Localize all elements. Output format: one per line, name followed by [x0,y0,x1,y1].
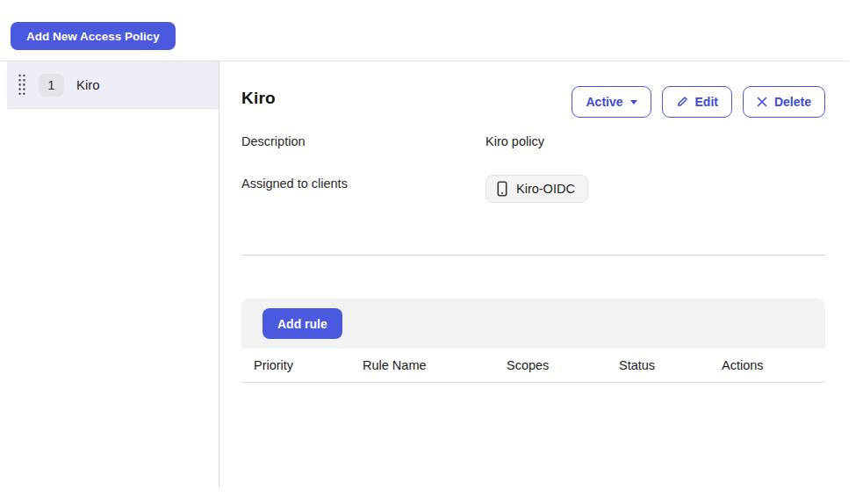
rules-toolbar: Add rule [241,299,825,349]
detail-header: Kiro Active Edit [241,86,825,118]
rules-table-header: Priority Rule Name Scopes Status Actions [241,349,825,383]
mobile-phone-icon [496,181,508,197]
description-row: Description Kiro policy [241,133,825,148]
add-new-access-policy-button[interactable]: Add New Access Policy [11,22,176,50]
column-header-actions: Actions [722,358,825,372]
client-chip[interactable]: Kiro-OIDC [485,175,588,203]
policy-detail-panel: Kiro Active Edit [219,61,863,487]
detail-actions: Active Edit [572,86,825,118]
assigned-clients-label: Assigned to clients [241,175,485,191]
description-label: Description [241,133,485,148]
column-header-scopes: Scopes [507,358,619,372]
section-divider [241,255,825,256]
status-dropdown-button[interactable]: Active [572,86,651,118]
status-label: Active [586,95,622,109]
priority-index-badge: 1 [39,74,64,97]
add-rule-button[interactable]: Add rule [262,308,342,339]
edit-label: Edit [695,95,718,109]
caret-down-icon [630,100,637,104]
policy-title: Kiro [241,89,276,108]
delete-label: Delete [774,95,811,109]
column-header-rule-name: Rule Name [363,358,507,372]
delete-button[interactable]: Delete [743,86,825,118]
client-chip-label: Kiro-OIDC [516,182,575,196]
policy-list-sidebar: 1 Kiro [0,61,219,487]
access-policy-page: Add New Access Policy 1 Kiro [0,0,863,487]
close-icon [757,97,767,107]
policy-list-item[interactable]: 1 Kiro [7,61,219,109]
assigned-clients-row: Assigned to clients Kiro-OIDC [241,175,825,203]
description-value: Kiro policy [485,133,544,148]
top-toolbar: Add New Access Policy [0,0,848,61]
pencil-icon [676,96,688,108]
policy-name-label: Kiro [76,77,100,92]
edit-button[interactable]: Edit [662,86,732,118]
content-layout: 1 Kiro Kiro Active [0,61,863,487]
column-header-priority: Priority [254,358,363,372]
rules-section: Add rule Priority Rule Name Scopes Statu… [241,299,825,383]
drag-handle-icon[interactable] [18,73,26,97]
column-header-status: Status [619,358,722,372]
